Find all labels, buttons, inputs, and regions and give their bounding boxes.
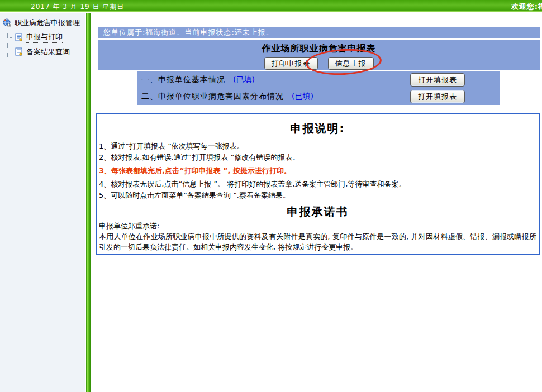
instructions-box: 申报说明: 1、通过“打开填报表 ”依次填写每一张报表。 2、核对报表,如有错误…	[96, 113, 540, 255]
promise-intro: 申报单位郑重承诺:	[99, 221, 536, 231]
sidebar-item-label[interactable]: 申报与打印	[26, 32, 63, 43]
unit-status-bar: 您单位属于:福海街道。当前申报状态:还未上报。	[98, 27, 540, 38]
instruction-item-5: 5、可以随时点击左面菜单“备案结果查询 ”,察看备案结果。	[99, 190, 536, 201]
top-bar: 2017 年 3 月 19 日 星期日 欢迎您:福	[0, 0, 542, 12]
declaration-app: { "top_bar": { "date": "2017 年 3 月 19 日 …	[0, 0, 542, 392]
sidebar-item-declare-print[interactable]: 申报与打印	[8, 32, 85, 43]
page-title: 作业场所职业病危害申报表	[98, 40, 540, 55]
promise-title: 申报承诺书	[99, 204, 536, 219]
form-rows-panel: 一、申报单位基本情况 (已填) 打开填报表 二、申报单位职业病危害因素分布情况 …	[137, 71, 500, 105]
sidebar-root-node[interactable]: 职业病危害申报管理	[0, 13, 85, 28]
document-icon	[15, 47, 23, 56]
instruction-item-1: 1、通过“打开填报表 ”依次填写每一张报表。	[99, 141, 536, 152]
table-row: 一、申报单位基本情况 (已填) 打开填报表	[137, 71, 500, 88]
upload-info-button[interactable]: 信息上报	[328, 57, 374, 70]
instruction-item-2: 2、核对报表,如有错误,通过“打开填报表 ”修改有错误的报表。	[99, 152, 536, 163]
open-form-button[interactable]: 打开填报表	[410, 90, 465, 103]
current-date: 2017 年 3 月 19 日 星期日	[31, 2, 124, 12]
sidebar-tree: 申报与打印 备案结果查询	[7, 32, 85, 57]
row-label: 二、申报单位职业病危害因素分布情况	[141, 92, 284, 102]
filled-status-badge: (已填)	[292, 92, 313, 102]
instructions-title: 申报说明:	[99, 121, 536, 136]
table-row: 二、申报单位职业病危害因素分布情况 (已填) 打开填报表	[137, 88, 500, 105]
action-button-row: 打印申报表 信息上报	[98, 57, 540, 70]
instruction-item-4: 4、核对报表无误后,点击“信息上报 ”。 将打印好的报表盖章,送备案主管部门,等…	[99, 179, 536, 190]
row-label: 一、申报单位基本情况	[141, 75, 225, 85]
print-declaration-button[interactable]: 打印申报表	[264, 57, 318, 70]
main-content: 您单位属于:福海街道。当前申报状态:还未上报。 作业场所职业病危害申报表 打印申…	[91, 13, 542, 392]
sidebar: 职业病危害申报管理 申报与打印	[0, 13, 85, 392]
instruction-item-3-warning: 3、每张表都填完后,点击“打印申报表 ”, 按提示进行打印。	[99, 165, 536, 176]
sidebar-item-record-query[interactable]: 备案结果查询	[8, 47, 85, 57]
document-icon	[15, 33, 23, 42]
sidebar-divider	[85, 13, 91, 392]
filled-status-badge: (已填)	[233, 75, 255, 85]
sidebar-item-label[interactable]: 备案结果查询	[26, 47, 70, 57]
open-form-button[interactable]: 打开填报表	[410, 73, 465, 87]
globe-icon	[3, 18, 12, 27]
promise-body: 本用人单位在作业场所职业病申报中所提供的资料及有关附件是真实的, 复印件与原件是…	[99, 231, 536, 252]
welcome-text: 欢迎您:福	[511, 2, 542, 12]
sidebar-root-label: 职业病危害申报管理	[15, 18, 80, 28]
form-title-panel: 作业场所职业病危害申报表 打印申报表 信息上报	[98, 40, 540, 70]
